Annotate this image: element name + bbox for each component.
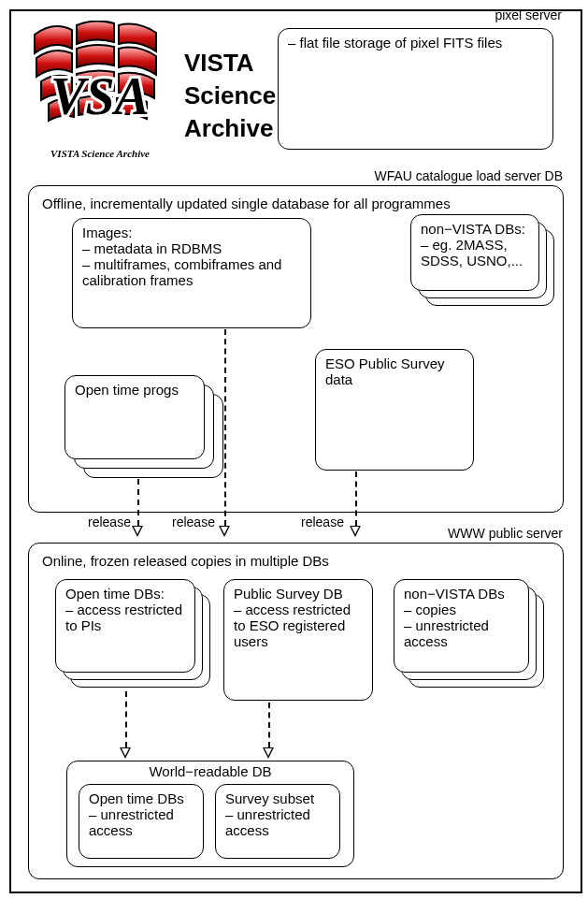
open-time-progs-box: Open time progs [65,375,205,459]
www-nonvista-item-2: unrestricted access [404,617,519,649]
arrow-head-5 [263,747,274,759]
arrow-head-1 [219,526,230,537]
wr-survey-subset-box: Survey subset unrestricted access [215,784,340,859]
wr-open-time-box: Open time DBs unrestricted access [79,784,204,859]
wr-open-time-title: Open time DBs [89,790,194,806]
world-readable-title: World−readable DB [77,763,344,779]
images-item-1: metadata in RDBMS [82,240,301,256]
diagram-frame: VSA VISTA Science Archive VISTA Science … [9,9,582,893]
logo-letters: VSA [50,67,150,125]
arrow-line-2 [137,479,139,526]
arrow-line-4 [125,691,127,747]
release-label-3: release [301,515,344,529]
arrow-line-1 [224,329,226,526]
open-time-dbs-title: Open time DBs: [65,586,185,602]
eso-box: ESO Public Survey data [315,349,474,471]
public-survey-title: Public Survey DB [234,586,363,602]
www-nonvista-item-1: copies [404,602,519,617]
images-title: Images: [82,225,301,240]
arrow-head-3 [350,526,361,537]
arrow-line-3 [355,471,357,526]
www-description: Online, frozen released copies in multip… [42,553,550,569]
arrow-head-4 [120,747,131,759]
www-box: Online, frozen released copies in multip… [28,543,564,879]
wfau-description: Offline, incrementally updated single da… [42,196,550,211]
vsa-logo: VSA VISTA Science Archive [25,21,175,161]
title-line-2: Science [184,80,276,112]
arrow-line-5 [268,703,270,747]
eso-label: ESO Public Survey data [325,355,464,387]
wfau-box: Offline, incrementally updated single da… [28,185,564,513]
images-box: Images: metadata in RDBMS multiframes, c… [72,218,311,328]
open-time-dbs-box: Open time DBs: access restricted to PIs [55,579,195,673]
wfau-label: WFAU catalogue load server DB [292,168,563,183]
nonvista-title: non−VISTA DBs: [421,221,529,237]
nonvista-item-1: eg. 2MASS, SDSS, USNO,... [421,237,529,268]
title-line-3: Archive [184,112,276,145]
world-readable-box: World−readable DB Open time DBs unrestri… [66,761,354,867]
www-nonvista-box: non−VISTA DBs copies unrestricted access [394,579,529,673]
release-label-1: release [88,515,131,529]
pixel-server-box: flat file storage of pixel FITS files [278,28,553,150]
www-label: WWW public server [366,526,563,541]
images-item-2: multiframes, combiframes and calibration… [82,256,301,288]
release-label-2: release [172,515,215,529]
public-survey-item-1: access restricted to ESO registered user… [234,602,363,649]
open-time-dbs-item-1: access restricted to PIs [65,602,185,633]
title-line-1: VISTA [184,47,276,80]
pixel-server-label: pixel server [495,7,562,22]
pixel-server-item: flat file storage of pixel FITS files [288,35,543,51]
nonvista-box: non−VISTA DBs: eg. 2MASS, SDSS, USNO,... [410,214,539,291]
page-title: VISTA Science Archive [184,47,276,145]
www-nonvista-title: non−VISTA DBs [404,586,519,602]
open-time-progs-label: Open time progs [75,382,194,398]
wr-survey-subset-title: Survey subset [225,790,330,806]
wr-open-time-item: unrestricted access [89,806,194,838]
logo-caption: VISTA Science Archive [25,148,175,159]
arrow-head-2 [132,526,143,537]
public-survey-box: Public Survey DB access restricted to ES… [223,579,373,701]
wr-survey-subset-item: unrestricted access [225,806,330,838]
